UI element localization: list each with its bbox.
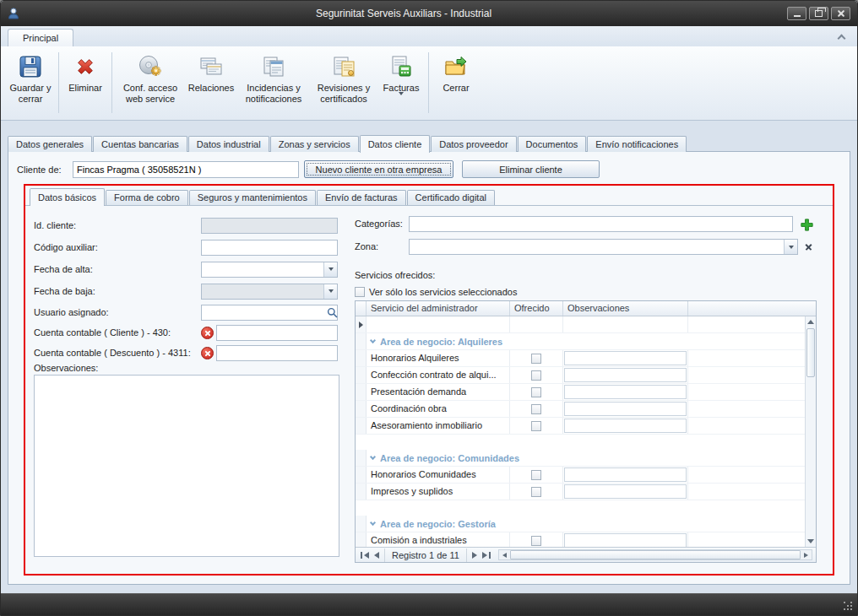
grid-row[interactable]: Confección contrato de alqui...: [356, 367, 805, 384]
cuenta-descuento-input[interactable]: [216, 345, 338, 361]
grid-row-active[interactable]: [356, 316, 805, 333]
column-header-servicio[interactable]: Servicio del administrador: [367, 301, 510, 316]
grid-group-row[interactable]: Area de negocio: Alquileres: [356, 333, 805, 350]
grid-group-row[interactable]: Area de negocio: Gestoría: [356, 516, 805, 532]
ofrecido-checkbox[interactable]: [531, 404, 541, 414]
grid-row[interactable]: Impresos y suplidos: [356, 484, 805, 500]
tab-datos-proveedor[interactable]: Datos proveedor: [431, 136, 516, 152]
prev-record-button[interactable]: [372, 552, 382, 559]
subtab-forma-de-cobro[interactable]: Forma de cobro: [106, 190, 188, 205]
scroll-left-button[interactable]: [499, 550, 510, 559]
ofrecido-checkbox[interactable]: [531, 354, 541, 364]
eliminar-cliente-button[interactable]: Eliminar cliente: [462, 160, 600, 178]
search-icon[interactable]: [327, 307, 338, 318]
invoices-icon: [388, 52, 414, 81]
subtab-envio-facturas[interactable]: Envío de facturas: [317, 190, 406, 205]
column-header-ofrecido[interactable]: Ofrecido: [510, 301, 563, 316]
cuenta-cliente-input[interactable]: [216, 325, 338, 341]
tab-envio-notificaciones[interactable]: Envío notificaciones: [587, 136, 687, 152]
tab-datos-cliente[interactable]: Datos cliente: [360, 135, 431, 153]
subtab-datos-basicos[interactable]: Datos básicos: [30, 188, 105, 206]
usuario-asignado-label: Usuario asignado:: [34, 307, 201, 317]
tab-datos-generales[interactable]: Datos generales: [8, 136, 92, 152]
last-record-button[interactable]: [480, 552, 493, 559]
column-header-observaciones[interactable]: Observaciones: [563, 301, 688, 316]
next-record-button[interactable]: [470, 552, 480, 559]
eliminar-button[interactable]: Eliminar: [62, 49, 108, 116]
conf-acceso-web-service-button[interactable]: Conf. acceso web service: [116, 49, 185, 116]
revisiones-button[interactable]: Revisiones y certificados: [310, 49, 377, 116]
first-record-button[interactable]: [358, 552, 372, 559]
ofrecido-checkbox[interactable]: [531, 387, 541, 397]
guardar-y-cerrar-button[interactable]: Guardar y cerrar: [6, 49, 55, 116]
tab-cuentas-bancarias[interactable]: Cuentas bancarias: [93, 136, 187, 152]
relaciones-button[interactable]: Relaciones: [185, 49, 237, 116]
subtab-certificado-digital[interactable]: Certificado digital: [407, 190, 495, 205]
chevron-down-icon[interactable]: [323, 284, 337, 299]
tab-documentos[interactable]: Documentos: [518, 136, 587, 152]
window-title: Segurinitat Serveis Auxiliars - Industri…: [20, 8, 787, 19]
app-icon: [7, 7, 20, 20]
zona-combo[interactable]: [409, 239, 798, 255]
tab-zonas-y-servicios[interactable]: Zonas y servicios: [270, 136, 359, 152]
ver-solo-checkbox[interactable]: [355, 287, 365, 297]
field-row-id-cliente: Id. cliente:: [34, 217, 348, 234]
collapse-chevron-icon[interactable]: [370, 519, 376, 525]
hscrollbar-thumb[interactable]: [510, 550, 801, 559]
vertical-scrollbar[interactable]: [805, 316, 816, 547]
grid-row[interactable]: Honorarios Comunidades: [356, 467, 805, 484]
chevron-down-icon[interactable]: [323, 262, 337, 277]
collapse-chevron-icon[interactable]: [370, 337, 376, 343]
categorias-input[interactable]: [409, 216, 793, 232]
minimize-button[interactable]: [787, 7, 806, 20]
scrollbar-thumb[interactable]: [806, 328, 815, 377]
restore-button[interactable]: [809, 7, 828, 20]
resize-grip[interactable]: [844, 602, 854, 612]
cuenta-descuento-label: Cuenta contable ( Descuento ) - 4311:: [34, 348, 201, 358]
cliente-input[interactable]: [73, 161, 299, 178]
usuario-asignado-field[interactable]: [201, 305, 338, 321]
grid-row[interactable]: Presentación demanda: [356, 384, 805, 401]
collapse-chevron-icon[interactable]: [370, 453, 376, 459]
grid-group-row[interactable]: Area de negocio: Comunidades: [356, 450, 805, 467]
zona-row: Zona:: [355, 239, 817, 256]
horizontal-scrollbar[interactable]: [498, 549, 812, 560]
ofrecido-checkbox[interactable]: [531, 421, 541, 431]
datos-basicos-body: Id. cliente: Código auxiliar: Fecha de a…: [25, 206, 833, 574]
grid-row[interactable]: Coordinación obra: [356, 401, 805, 418]
grid-row[interactable]: Comisión a industriales: [356, 532, 805, 547]
fecha-baja-combo[interactable]: [201, 284, 338, 300]
ofrecido-checkbox[interactable]: [531, 487, 541, 497]
scroll-right-button[interactable]: [801, 550, 812, 559]
grid-row[interactable]: Asesoramiento inmobiliario: [356, 418, 805, 435]
add-categoria-button[interactable]: [798, 216, 815, 233]
usuario-asignado-input[interactable]: [202, 306, 327, 319]
chevron-down-icon[interactable]: [784, 240, 797, 254]
close-button[interactable]: [831, 7, 850, 20]
subtab-seguros[interactable]: Seguros y mantenimientos: [189, 190, 316, 205]
ofrecido-checkbox[interactable]: [531, 370, 541, 381]
cuenta-cliente-label: Cuenta contable ( Cliente ) - 430:: [34, 327, 201, 338]
nuevo-cliente-button[interactable]: Nuevo cliente en otra empresa: [304, 160, 453, 178]
scroll-down-button[interactable]: [806, 536, 816, 547]
observaciones-textarea[interactable]: [34, 375, 339, 557]
group-label: Area de negocio: Comunidades: [380, 453, 519, 463]
ofrecido-checkbox[interactable]: [531, 536, 541, 546]
clear-zona-button[interactable]: [801, 240, 815, 254]
fecha-alta-combo[interactable]: [201, 262, 338, 278]
ribbon-tab-row: Principal: [1, 26, 857, 46]
ribbon-collapse-button[interactable]: [835, 32, 847, 42]
first-record-icon: [364, 552, 369, 559]
incidencias-button[interactable]: Incidencias y notificaciones: [237, 49, 310, 116]
minimize-icon: [794, 15, 801, 17]
cerrar-button[interactable]: Cerrar: [432, 49, 480, 116]
scroll-up-button[interactable]: [806, 316, 816, 327]
grid-rows: Area de negocio: Alquileres Honorarios A…: [356, 316, 805, 547]
tab-datos-industrial[interactable]: Datos industrial: [188, 136, 269, 152]
ofrecido-checkbox[interactable]: [531, 470, 541, 480]
facturas-button[interactable]: Facturas: [377, 49, 425, 116]
ribbon-tab-principal[interactable]: Principal: [8, 29, 73, 46]
grid-row[interactable]: Honorarios Alquileres: [356, 350, 805, 367]
categorias-label: Categorías:: [355, 219, 403, 229]
codigo-auxiliar-input[interactable]: [201, 240, 338, 256]
